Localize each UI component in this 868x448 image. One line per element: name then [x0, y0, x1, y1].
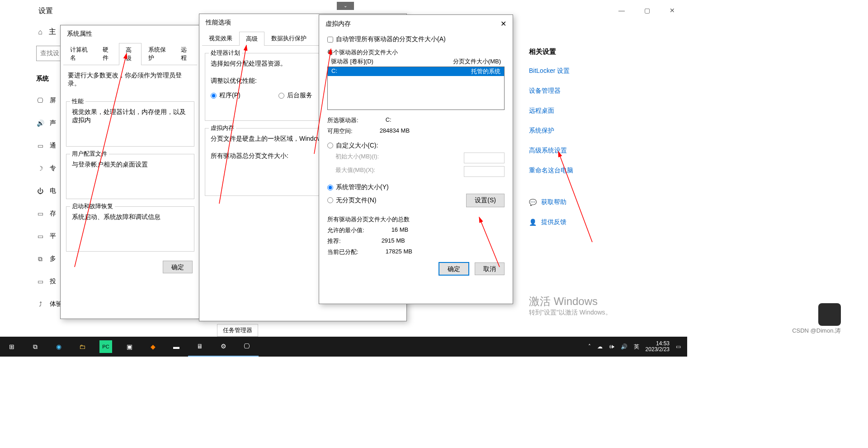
settings-taskbar-icon[interactable]: ⚙	[212, 337, 235, 357]
rec-label: 推荐:	[327, 237, 341, 245]
sysprops-title: 系统属性	[61, 25, 200, 43]
link-remote-desktop[interactable]: 远程桌面	[529, 107, 665, 115]
drive-row-c[interactable]: C:托管的系统	[328, 67, 504, 76]
profile-desc: 与登录帐户相关的桌面设置	[72, 161, 189, 169]
sysinfo-icon[interactable]: 🖥	[188, 337, 212, 357]
tray-cloud-icon[interactable]: ☁	[597, 343, 603, 350]
totals-heading: 所有驱动器分页文件大小的总数	[327, 215, 505, 224]
tab-remote[interactable]: 远程	[174, 43, 197, 65]
selected-drive-value: C:	[386, 116, 505, 124]
perf-desc: 视觉效果，处理器计划，内存使用，以及虚拟内	[72, 108, 189, 124]
control-panel-icon[interactable]: 🖵	[235, 337, 259, 357]
radio-system-managed[interactable]: 系统管理的大小(Y)	[327, 183, 389, 191]
vmem-cancel-button[interactable]: 取消	[475, 262, 505, 275]
cmd-icon[interactable]: ▬	[165, 337, 188, 357]
tab-perf-advanced[interactable]: 高级	[239, 32, 264, 46]
floating-widget[interactable]	[818, 303, 841, 326]
start-button[interactable]: ⊞	[0, 337, 24, 357]
pycharm-icon[interactable]: PC	[99, 340, 112, 353]
settings-title: 设置	[38, 6, 53, 16]
auto-manage-checkbox[interactable]: 自动管理所有驱动器的分页文件大小(A)	[327, 35, 446, 43]
tray-volume-icon[interactable]: 🔊	[621, 343, 627, 350]
activate-windows: 激活 Windows 转到"设置"以激活 Windows。	[529, 294, 612, 317]
profile-group-title: 用户配置文件	[70, 150, 109, 158]
rec-value: 2915 MB	[382, 237, 505, 245]
initial-size-input	[464, 153, 505, 163]
link-device-manager[interactable]: 设备管理器	[529, 87, 665, 95]
initial-size-label: 初始大小(MB)(I):	[335, 153, 379, 163]
set-button[interactable]: 设置(S)	[466, 194, 505, 207]
storage-icon: ▭	[36, 210, 44, 217]
cpu-plan-title: 处理器计划	[209, 49, 242, 57]
min-value: 16 MB	[392, 226, 505, 234]
free-space-label: 可用空间:	[327, 127, 353, 135]
feedback-icon: 👤	[529, 219, 537, 226]
each-drive-label: 每个驱动器的分页文件大小	[327, 48, 505, 57]
sysprops-ok-button[interactable]: 确定	[163, 261, 193, 273]
tab-visual[interactable]: 视觉效果	[202, 31, 239, 45]
home-label: 主	[49, 27, 56, 37]
cur-label: 当前已分配:	[327, 248, 359, 256]
terminal-icon[interactable]: ▣	[118, 337, 141, 357]
search-placeholder: 查找设	[40, 49, 59, 57]
perf-group-title: 性能	[70, 97, 85, 105]
link-advanced-system[interactable]: 高级系统设置	[529, 147, 665, 155]
multitask-icon: ⧉	[36, 255, 44, 263]
link-rename-pc[interactable]: 重命名这台电脑	[529, 167, 665, 175]
virtual-memory-dialog: 虚拟内存 ✕ 自动管理所有驱动器的分页文件大小(A) 每个驱动器的分页文件大小 …	[319, 14, 513, 304]
max-size-label: 最大值(MB)(X):	[335, 166, 375, 177]
watermark: CSDN @Dimon.涛	[792, 327, 841, 335]
home-icon: ⌂	[36, 28, 44, 36]
vmem-close-button[interactable]: ✕	[500, 19, 506, 28]
tab-protection[interactable]: 系统保护	[142, 43, 174, 65]
action-center-icon[interactable]: ▭	[676, 343, 681, 350]
radio-programs[interactable]: 程序(P)	[211, 91, 241, 100]
edge-icon[interactable]: ◉	[47, 337, 71, 357]
tab-hardware[interactable]: 硬件	[96, 43, 119, 65]
radio-custom-size[interactable]: 自定义大小(C):	[327, 142, 378, 150]
radio-no-paging[interactable]: 无分页文件(N)	[327, 196, 376, 205]
size-col-header: 分页文件大小(MB)	[453, 57, 501, 66]
vmem-title: 虚拟内存	[326, 20, 351, 28]
tab-computer-name[interactable]: 计算机名	[63, 43, 96, 65]
max-size-input	[464, 166, 505, 177]
power-icon: ⏻	[36, 187, 44, 195]
moon-icon: ☽	[36, 165, 44, 172]
clock[interactable]: 14:53 2023/2/23	[646, 341, 670, 353]
dropdown-chip[interactable]: ⌄	[337, 2, 354, 10]
vm-group-title: 虚拟内存	[209, 124, 236, 132]
link-system-protection[interactable]: 系统保护	[529, 127, 665, 135]
system-properties-dialog: 系统属性 计算机名 硬件 高级 系统保护 远程 要进行大多数更改，你必须作为管理…	[60, 25, 200, 319]
close-button[interactable]: ✕	[666, 5, 678, 16]
explorer-icon[interactable]: 🗀	[71, 337, 94, 357]
tab-advanced[interactable]: 高级	[119, 43, 142, 65]
notify-icon: ▭	[36, 142, 44, 149]
link-get-help[interactable]: 💬获取帮助	[529, 198, 665, 206]
radio-services[interactable]: 后台服务	[278, 91, 312, 100]
maximize-button[interactable]: ▢	[641, 5, 653, 16]
tray-chevron-icon[interactable]: ˄	[588, 343, 591, 350]
project-icon: ▭	[36, 278, 44, 285]
drive-col-header: 驱动器 [卷标](D)	[331, 57, 373, 66]
share-icon: ⤴	[36, 300, 44, 308]
vmem-ok-button[interactable]: 确定	[439, 262, 469, 276]
link-feedback[interactable]: 👤提供反馈	[529, 218, 665, 226]
startup-group-title: 启动和故障恢复	[70, 202, 115, 210]
task-manager-tab[interactable]: 任务管理器	[217, 324, 258, 337]
selected-drive-label: 所选驱动器:	[327, 116, 359, 124]
minimize-button[interactable]: —	[616, 5, 627, 16]
related-heading: 相关设置	[529, 48, 665, 56]
startup-desc: 系统启动、系统故障和调试信息	[72, 213, 189, 221]
drive-list[interactable]: C:托管的系统	[327, 67, 505, 110]
link-bitlocker[interactable]: BitLocker 设置	[529, 67, 665, 75]
task-view-button[interactable]: ⧉	[24, 337, 47, 357]
app-icon-1[interactable]: ◆	[141, 337, 165, 357]
min-label: 允许的最小值:	[327, 226, 364, 234]
tab-dep[interactable]: 数据执行保护	[264, 31, 313, 45]
help-icon: 💬	[529, 199, 537, 206]
display-icon: 🖵	[36, 97, 44, 104]
tray-network-icon[interactable]: 🕪	[609, 343, 614, 350]
ime-indicator[interactable]: 英	[634, 343, 639, 351]
tablet-icon: ▭	[36, 233, 44, 240]
sound-icon: 🔊	[36, 119, 44, 127]
